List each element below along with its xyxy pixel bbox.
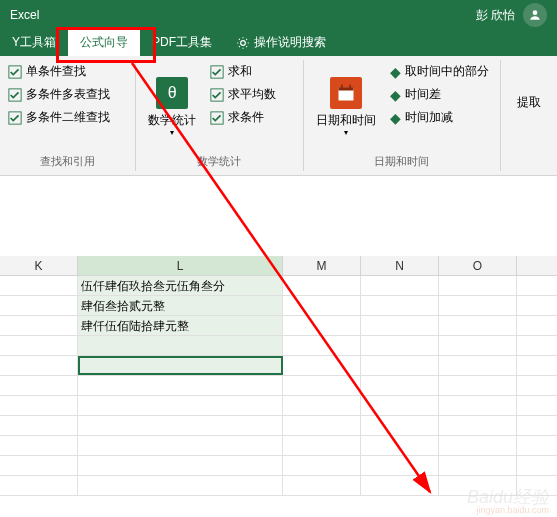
datetime-button[interactable]: 日期和时间 ▾: [310, 62, 382, 152]
cell-O7[interactable]: [439, 396, 517, 415]
cell-M2[interactable]: [283, 296, 361, 315]
tab-pdf-tools[interactable]: PDF工具集: [140, 29, 224, 56]
cell-L9[interactable]: [78, 436, 283, 455]
ribbon-tabs: Y工具箱 公式向导 PDF工具集 操作说明搜索: [0, 30, 557, 56]
cell-N11[interactable]: [361, 476, 439, 495]
cell-L1[interactable]: 伍仟肆佰玖拾叁元伍角叁分: [78, 276, 283, 295]
cell-M1[interactable]: [283, 276, 361, 295]
theta-icon: θ: [156, 77, 188, 109]
cell-N3[interactable]: [361, 316, 439, 335]
calendar-icon: [330, 77, 362, 109]
cell-N2[interactable]: [361, 296, 439, 315]
col-header-N[interactable]: N: [361, 256, 439, 275]
cell-O4[interactable]: [439, 336, 517, 355]
col-header-L[interactable]: L: [78, 256, 283, 275]
cell-O10[interactable]: [439, 456, 517, 475]
cell-L4[interactable]: [78, 336, 283, 355]
average-button[interactable]: 求平均数: [208, 85, 278, 104]
single-cond-lookup[interactable]: 单条件查找: [6, 62, 129, 81]
cell-K3[interactable]: [0, 316, 78, 335]
cell-N4[interactable]: [361, 336, 439, 355]
cell-L6[interactable]: [78, 376, 283, 395]
cell-L2[interactable]: 肆佰叁拾贰元整: [78, 296, 283, 315]
cell-N10[interactable]: [361, 456, 439, 475]
cell-K9[interactable]: [0, 436, 78, 455]
group-label-datetime: 日期和时间: [310, 152, 494, 169]
svg-rect-9: [338, 87, 353, 90]
group-label-lookup: 查找和引用: [6, 152, 129, 169]
cell-O8[interactable]: [439, 416, 517, 435]
cell-L3[interactable]: 肆仟伍佰陆拾肆元整: [78, 316, 283, 335]
cell-K5[interactable]: [0, 356, 78, 375]
time-part-button[interactable]: ◆取时间中的部分: [388, 62, 491, 81]
cell-L10[interactable]: [78, 456, 283, 475]
cell-L5[interactable]: [78, 356, 283, 375]
cell-O5[interactable]: [439, 356, 517, 375]
svg-rect-10: [341, 84, 343, 88]
svg-rect-11: [349, 84, 351, 88]
col-header-M[interactable]: M: [283, 256, 361, 275]
cell-M10[interactable]: [283, 456, 361, 475]
cell-K7[interactable]: [0, 396, 78, 415]
time-diff-button[interactable]: ◆时间差: [388, 85, 491, 104]
cell-L7[interactable]: [78, 396, 283, 415]
svg-point-0: [533, 10, 538, 15]
cell-M4[interactable]: [283, 336, 361, 355]
ribbon: 单条件查找 多条件多表查找 多条件二维查找 查找和引用 θ 数学统计 ▾: [0, 56, 557, 176]
svg-point-1: [241, 40, 246, 45]
cell-O9[interactable]: [439, 436, 517, 455]
cell-M3[interactable]: [283, 316, 361, 335]
cell-O6[interactable]: [439, 376, 517, 395]
col-header-O[interactable]: O: [439, 256, 517, 275]
math-stats-button[interactable]: θ 数学统计 ▾: [142, 62, 202, 152]
cell-N7[interactable]: [361, 396, 439, 415]
cell-N5[interactable]: [361, 356, 439, 375]
cell-L8[interactable]: [78, 416, 283, 435]
cell-M9[interactable]: [283, 436, 361, 455]
tab-formula-wizard[interactable]: 公式向导: [68, 29, 140, 56]
cell-K1[interactable]: [0, 276, 78, 295]
multi-cond-2d-lookup[interactable]: 多条件二维查找: [6, 108, 129, 127]
cell-N6[interactable]: [361, 376, 439, 395]
cell-O3[interactable]: [439, 316, 517, 335]
cell-M8[interactable]: [283, 416, 361, 435]
cell-K10[interactable]: [0, 456, 78, 475]
extract-button[interactable]: 提取: [507, 62, 551, 111]
cell-O2[interactable]: [439, 296, 517, 315]
cell-L11[interactable]: [78, 476, 283, 495]
cond-button[interactable]: 求条件: [208, 108, 278, 127]
user-avatar[interactable]: [523, 3, 547, 27]
cell-O11[interactable]: [439, 476, 517, 495]
cell-N8[interactable]: [361, 416, 439, 435]
sum-button[interactable]: 求和: [208, 62, 278, 81]
col-header-K[interactable]: K: [0, 256, 78, 275]
cell-K2[interactable]: [0, 296, 78, 315]
tab-tell-me[interactable]: 操作说明搜索: [224, 29, 338, 56]
user-name: 彭 欣怡: [476, 7, 515, 24]
cell-K8[interactable]: [0, 416, 78, 435]
cell-K6[interactable]: [0, 376, 78, 395]
cell-M11[interactable]: [283, 476, 361, 495]
app-title: Excel: [10, 8, 39, 22]
cell-M6[interactable]: [283, 376, 361, 395]
tab-toolbox[interactable]: Y工具箱: [0, 29, 68, 56]
cell-N1[interactable]: [361, 276, 439, 295]
group-label-math: 数学统计: [142, 152, 297, 169]
multi-cond-lookup[interactable]: 多条件多表查找: [6, 85, 129, 104]
time-add-button[interactable]: ◆时间加减: [388, 108, 491, 127]
watermark-sub: jingyan.baidu.com: [476, 505, 549, 515]
cell-N9[interactable]: [361, 436, 439, 455]
cell-O1[interactable]: [439, 276, 517, 295]
cell-M7[interactable]: [283, 396, 361, 415]
cell-K11[interactable]: [0, 476, 78, 495]
spreadsheet-grid[interactable]: KLMNO 伍仟肆佰玖拾叁元伍角叁分肆佰叁拾贰元整肆仟伍佰陆拾肆元整: [0, 256, 557, 496]
cell-M5[interactable]: [283, 356, 361, 375]
cell-K4[interactable]: [0, 336, 78, 355]
